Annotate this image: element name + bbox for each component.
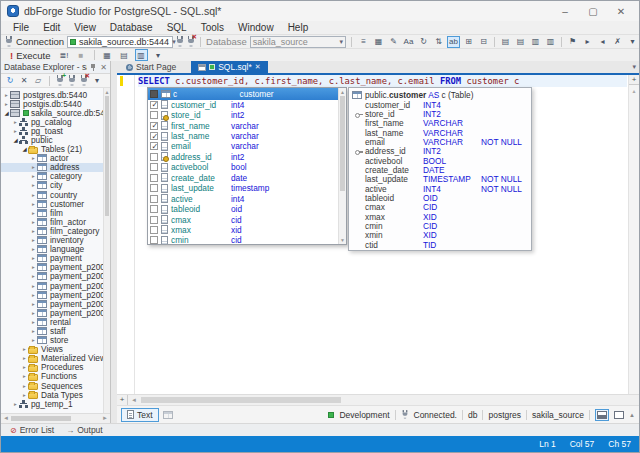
expander-icon[interactable]: ◢ [3,110,10,116]
crud-generator-icon[interactable]: ▥ [135,49,148,61]
column-checkbox[interactable] [150,236,158,244]
outdent-icon[interactable]: ⊟ [477,36,490,48]
delete-icon[interactable]: ✕ [19,75,29,87]
popup-column-email[interactable]: emailvarchar [148,141,338,151]
expander-icon[interactable]: ▸ [30,283,37,289]
popup-column-active[interactable]: activeint4 [148,193,338,203]
scroll-thumb[interactable] [340,96,345,191]
column-checkbox[interactable] [150,184,158,192]
clear-bookmarks-icon[interactable]: ✗ [611,36,624,48]
popup-column-last_name[interactable]: last_namevarchar [148,131,338,141]
column-checkbox[interactable] [150,122,158,130]
toolbar-overflow-icon[interactable]: ▾ [626,36,639,48]
scroll-thumb[interactable] [141,397,341,403]
expander-icon[interactable]: ▸ [30,228,37,234]
output-tab[interactable]: → Output [61,425,108,435]
editor-horizontal-scrollbar[interactable]: + ◄ [117,394,639,405]
refresh-icon[interactable]: ↻ [417,36,430,48]
menu-item-view[interactable]: View [68,22,102,33]
expander-icon[interactable]: ▸ [30,264,37,270]
popup-column-first_name[interactable]: first_namevarchar [148,120,338,130]
popup-column-cmin[interactable]: cmincid [148,235,338,245]
expander-icon[interactable]: ▸ [21,373,28,379]
query-outline-icon[interactable]: ▦ [372,36,385,48]
column-checkbox[interactable] [150,216,158,224]
query-profiler-icon[interactable]: ▦ [101,49,114,61]
column-checkbox[interactable] [150,111,158,119]
indent-icon[interactable]: ⊞ [462,36,475,48]
to-lower-icon[interactable]: ▥ [544,36,557,48]
menu-item-sql[interactable]: SQL [161,22,193,33]
expander-icon[interactable]: ▸ [30,192,37,198]
disconnect-icon[interactable]: ✕ [80,75,88,86]
highlight-occurrences-icon[interactable]: ab [447,36,460,48]
sort-lines-icon[interactable]: ⇅ [432,36,445,48]
popup-column-tableoid[interactable]: tableoidoid [148,204,338,214]
tree-vertical-scrollbar[interactable]: ▲ [103,88,110,413]
expander-icon[interactable]: ▸ [12,401,19,407]
tab-sql-document[interactable]: SQL.sql* ✕ [191,61,267,73]
popup-column-create_date[interactable]: create_datedate [148,173,338,183]
select-all-checkbox[interactable] [150,90,158,98]
minimize-button[interactable]: – [559,6,571,17]
close-tab-icon[interactable]: ✕ [255,63,261,71]
expander-icon[interactable]: ▸ [30,219,37,225]
expander-icon[interactable]: ▸ [3,101,10,107]
explorer-overflow-icon[interactable]: ▾ [92,75,102,87]
disconnect-icon[interactable]: ✕ [187,36,195,47]
pin-icon[interactable] [90,64,97,71]
tree-horizontal-scrollbar[interactable]: ◄ ► [1,413,110,423]
menu-item-database[interactable]: Database [104,22,159,33]
expander-icon[interactable]: ▸ [30,273,37,279]
tree-item-pg-toast[interactable]: ▸pg_toast [1,126,110,135]
column-checkbox[interactable] [150,163,158,171]
expander-icon[interactable]: ◢ [21,146,28,152]
comment-icon[interactable]: ▤ [499,36,512,48]
column-checkbox[interactable] [150,132,158,140]
popup-column-xmax[interactable]: xmaxxid [148,225,338,235]
scroll-left-icon[interactable]: ◄ [3,415,9,421]
expander-icon[interactable]: ▸ [30,310,37,316]
toolbar-overflow-icon[interactable]: ▾ [152,49,165,61]
scroll-thumb[interactable] [11,416,71,421]
menu-item-edit[interactable]: Edit [37,22,66,33]
change-case-icon[interactable]: Aa [402,36,415,48]
expander-icon[interactable]: ▸ [30,319,37,325]
expander-icon[interactable]: ▸ [30,237,37,243]
close-button[interactable]: ✕ [615,6,627,17]
status-segment-db[interactable]: db [468,410,477,420]
snippet-manager-icon[interactable]: ✎ [387,36,400,48]
close-icon[interactable]: ✕ [100,63,107,72]
status-segment-sakila_source[interactable]: sakila_source [532,410,584,420]
maximize-button[interactable]: ▢ [587,6,599,17]
popup-scrollbar[interactable]: ▲ ▼ [338,88,346,244]
column-checkbox[interactable] [150,195,158,203]
refresh-icon[interactable]: ↻ [5,75,15,87]
editor-vertical-scrollbar[interactable]: + ▲ [628,75,639,394]
expander-icon[interactable]: ▸ [3,92,10,98]
scroll-right-icon[interactable]: ► [102,415,108,421]
tabs-overflow-icon[interactable]: ▾ [632,63,636,71]
expander-icon[interactable]: ◢ [12,137,19,143]
column-checkbox[interactable] [150,142,158,150]
environment-selector[interactable]: Development [339,410,389,420]
expander-icon[interactable]: ▸ [30,173,37,179]
uncomment-icon[interactable]: ▤ [514,36,527,48]
popup-column-cmax[interactable]: cmaxcid [148,214,338,224]
format-sql-icon[interactable]: ≡ [357,36,370,48]
menu-item-help[interactable]: Help [282,22,315,33]
collapse-strip-icon[interactable]: ▲ [629,412,635,418]
code-line[interactable]: SELECT c.customer_id, c.first_name, c.la… [138,75,627,87]
expander-icon[interactable]: ▸ [21,383,28,389]
popup-column-customer_id[interactable]: customer_idint4 [148,100,338,110]
popup-header[interactable]: c customer [148,88,338,100]
popup-column-last_update[interactable]: last_updatetimestamp [148,183,338,193]
grid-view-icon[interactable] [163,411,173,419]
expander-icon[interactable]: ▸ [30,328,37,334]
new-connection-icon[interactable]: + [56,75,64,86]
stop-icon[interactable]: ■ [75,49,88,61]
expander-icon[interactable]: ▸ [21,355,28,361]
layout-toggle-active[interactable] [595,409,609,421]
execute-button[interactable]: ! Execute [7,50,54,61]
expander-icon[interactable]: ▸ [30,164,37,170]
